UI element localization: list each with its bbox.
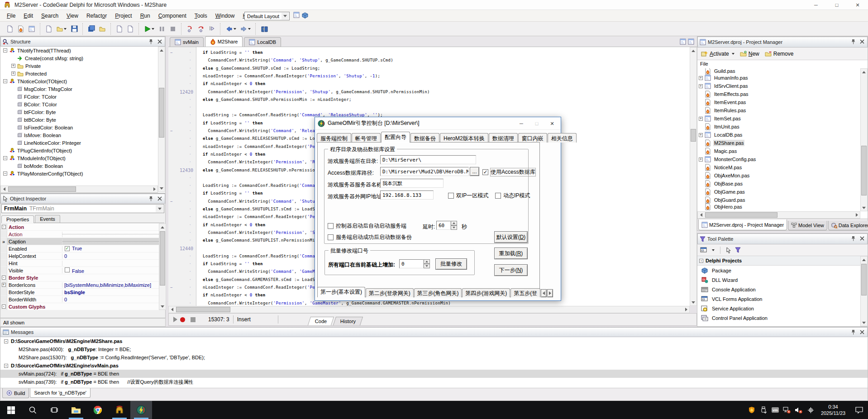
chrome-taskbar-button[interactable] [87,401,109,419]
new-items-icon[interactable] [44,24,54,34]
structure-node[interactable]: −TNoticeColor(TObject) [0,77,158,85]
remove-file-icon[interactable] [125,24,135,34]
project-vscrollbar[interactable] [860,68,868,211]
expand-toggle-icon[interactable]: − [3,156,7,160]
dialog-minimize-button[interactable]: ─ [514,118,529,129]
palette-vscrollbar[interactable] [860,256,868,326]
project-file-item[interactable]: +LocalDB.pas [697,131,860,139]
property-value[interactable] [62,234,159,234]
property-value[interactable]: False [62,267,159,274]
expand-toggle-icon[interactable]: + [11,71,15,76]
new-page-icon[interactable] [5,24,15,34]
project-file-item[interactable]: NoticeM.pas [697,163,860,171]
dual-ip-checkbox[interactable]: 双IP一区模式 [448,192,488,200]
inspector-vscrollbar[interactable] [159,224,166,310]
close-icon[interactable] [859,235,865,242]
pin-icon[interactable] [850,235,856,242]
project-file-item[interactable]: +IdSrvClient.pas [697,82,860,90]
menu-item-edit[interactable]: Edit [19,11,37,21]
menu-item-window[interactable]: Window [211,11,239,21]
view-tab-history[interactable]: History [333,317,363,325]
run-to-cursor-icon[interactable] [207,24,217,34]
dock-window-icon[interactable] [680,38,686,45]
project-file-item[interactable]: M2Share.pas [697,139,860,147]
security-shield-icon[interactable] [746,401,758,419]
collapse-icon[interactable]: - [4,364,8,368]
close-icon[interactable] [157,195,163,202]
value-checkbox[interactable]: ✓ [65,246,70,251]
messages-tab-build[interactable]: Build [2,388,29,398]
wizard-step-tab[interactable]: 第三步(角色网关) [414,288,462,297]
search-taskbar-button[interactable] [22,401,43,419]
project-file-item[interactable]: ItemRules.pas [697,106,860,114]
use-access-db-checkbox[interactable]: ✓使用Access数据库 [482,168,535,176]
editor-vscrollbar[interactable] [690,47,697,306]
dialog-tab[interactable]: 配置向导 [381,132,410,143]
structure-node[interactable]: boMode: Boolean [0,162,158,170]
menu-item-view[interactable]: View [62,11,82,21]
vmware-icon[interactable]: vm [769,401,781,419]
collapse-icon[interactable]: - [2,225,6,229]
expand-icon[interactable]: + [699,84,703,88]
project-file-item[interactable]: Guild.pas [697,68,860,74]
save-all-icon[interactable] [86,24,96,34]
message-group[interactable]: -D:\Source\GameOfMirs\M2Engine\svMain.pa… [0,362,868,370]
panel-tab-data[interactable]: Data Explorer [828,221,868,230]
fold-marker-icon[interactable]: − [170,199,172,204]
fold-marker-icon[interactable]: − [170,129,172,133]
run-icon[interactable] [143,24,156,34]
collapse-icon[interactable]: - [2,305,6,309]
structure-node[interactable]: btBColor: Byte [0,116,158,124]
palette-item-cpanel[interactable]: Control Panel Application [697,313,860,323]
property-value[interactable]: [biSystemMenu,biMinimize,biMaximize] [62,282,159,288]
maximize-button[interactable]: □ [826,0,847,10]
menu-item-component[interactable]: Component [154,11,191,21]
property-value[interactable]: 0 [62,253,159,259]
pin-icon[interactable] [148,38,154,45]
delay-spinner[interactable]: 60 [436,221,457,230]
expand-icon[interactable]: + [699,133,703,137]
server-dir-input[interactable]: D:\MirServer\ [380,155,476,164]
structure-node[interactable]: +Private [0,62,158,70]
project-file-item[interactable]: ObjGuard.pas [697,196,860,204]
forward-dd-icon[interactable] [238,24,252,34]
network-disconnected-icon[interactable] [781,401,793,419]
project-file-item[interactable]: +HumanInfo.pas [697,74,860,82]
message-item[interactable]: svMain.pas(739): if g_nDBType = BDE then… [0,378,868,386]
desktop-layout-combo[interactable]: Default Layout [244,12,290,20]
structure-hscrollbar[interactable] [0,186,158,193]
panel-tab-pm[interactable]: M2Server.dproj - Project Manager [698,219,787,230]
property-value[interactable]: 0 [62,297,159,302]
panel-tab-model[interactable]: Model View [788,221,827,230]
property-group-custom-glyphs[interactable]: -Custom Glyphs [0,303,159,310]
project-file-item[interactable]: ItemEffects.pas [697,90,860,98]
dialog-tab[interactable]: 窗口内嵌 [518,133,547,143]
dynamic-ip-checkbox[interactable]: 动态IP模式 [495,192,530,200]
project-file-item[interactable]: ObjHero.pas [697,204,860,210]
pin-icon[interactable] [850,329,856,335]
steps-scroll-left[interactable] [541,289,547,297]
menu-item-tools[interactable]: Tools [191,11,211,21]
project-file-item[interactable]: ItmUnit.pas [697,123,860,131]
delete-layout-icon[interactable] [301,12,309,19]
access-db-path-input[interactable]: D:\Mirserver\Mud2\DB\HeroDB.MDB [380,167,469,176]
expand-toggle-icon[interactable]: + [11,64,15,68]
palette-item-dll[interactable]: DLLDLL Wizard [697,275,860,285]
dialog-titlebar[interactable]: GameOfMir引擎控制台 [D:\MirServer\] ─ □ ✕ [315,117,561,130]
structure-node[interactable]: Create(const sMsg: string) [0,54,158,62]
new-edit-window-icon[interactable] [688,38,694,45]
dialog-tab[interactable]: 相关信息 [548,133,577,143]
dialog-tab[interactable]: 帐号管理 [352,133,381,143]
activate-button[interactable]: Activate [699,50,736,58]
property-row-helpcontext[interactable]: HelpContext0 [0,252,159,260]
object-selector-combo[interactable]: FrmMain TFrmMain [1,204,164,213]
gameofmir-taskbar-button[interactable] [130,401,152,419]
view-form-icon[interactable] [27,24,37,34]
combo-dropdown-icon[interactable] [156,205,163,212]
dialog-maximize-button[interactable]: □ [529,118,544,129]
stop-icon[interactable] [191,317,196,322]
save-file-icon[interactable] [69,24,79,34]
reload-button[interactable]: 重加载(R) [494,248,528,259]
fold-marker-icon[interactable]: − [170,285,172,290]
menu-item-project[interactable]: Project [111,11,136,21]
